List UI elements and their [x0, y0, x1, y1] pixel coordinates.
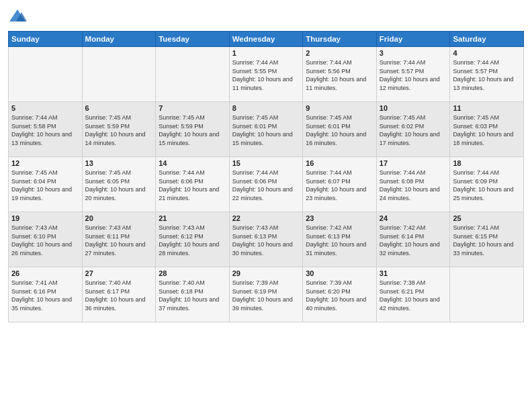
day-info: Sunrise: 7:42 AM Sunset: 6:13 PM Dayligh… [306, 224, 373, 257]
calendar-cell: 19Sunrise: 7:43 AM Sunset: 6:10 PM Dayli… [9, 212, 83, 267]
day-info: Sunrise: 7:41 AM Sunset: 6:15 PM Dayligh… [453, 224, 521, 257]
logo [8, 7, 30, 26]
calendar-cell: 30Sunrise: 7:39 AM Sunset: 6:20 PM Dayli… [303, 267, 377, 322]
calendar-cell: 2Sunrise: 7:44 AM Sunset: 5:56 PM Daylig… [303, 47, 377, 102]
calendar-cell: 11Sunrise: 7:45 AM Sunset: 6:03 PM Dayli… [450, 102, 524, 157]
day-info: Sunrise: 7:44 AM Sunset: 6:07 PM Dayligh… [306, 169, 373, 202]
day-number: 1 [232, 49, 300, 57]
weekday-header-tuesday: Tuesday [156, 32, 230, 47]
calendar-cell: 5Sunrise: 7:44 AM Sunset: 5:58 PM Daylig… [9, 102, 83, 157]
day-info: Sunrise: 7:41 AM Sunset: 6:16 PM Dayligh… [11, 279, 79, 312]
day-number: 23 [306, 214, 373, 222]
weekday-header-monday: Monday [82, 32, 156, 47]
calendar-cell [156, 47, 230, 102]
calendar-week-row: 5Sunrise: 7:44 AM Sunset: 5:58 PM Daylig… [9, 102, 524, 157]
day-info: Sunrise: 7:45 AM Sunset: 6:04 PM Dayligh… [11, 169, 79, 202]
day-number: 4 [453, 49, 521, 57]
calendar-cell: 24Sunrise: 7:42 AM Sunset: 6:14 PM Dayli… [376, 212, 450, 267]
day-number: 25 [453, 214, 521, 222]
calendar-cell: 14Sunrise: 7:44 AM Sunset: 6:06 PM Dayli… [156, 157, 230, 212]
day-number: 8 [232, 104, 300, 112]
day-number: 18 [453, 159, 521, 167]
weekday-header-wednesday: Wednesday [229, 32, 303, 47]
day-info: Sunrise: 7:45 AM Sunset: 6:01 PM Dayligh… [232, 113, 300, 147]
day-number: 17 [380, 159, 447, 167]
day-info: Sunrise: 7:44 AM Sunset: 5:55 PM Dayligh… [232, 58, 300, 92]
calendar-container: SundayMondayTuesdayWednesdayThursdayFrid… [0, 0, 532, 328]
day-number: 28 [159, 269, 226, 277]
day-info: Sunrise: 7:44 AM Sunset: 5:58 PM Dayligh… [11, 113, 79, 147]
calendar-cell [9, 47, 83, 102]
day-number: 26 [11, 269, 79, 277]
calendar-week-row: 19Sunrise: 7:43 AM Sunset: 6:10 PM Dayli… [9, 212, 524, 267]
calendar-week-row: 12Sunrise: 7:45 AM Sunset: 6:04 PM Dayli… [9, 157, 524, 212]
header [8, 7, 524, 26]
day-info: Sunrise: 7:45 AM Sunset: 6:01 PM Dayligh… [306, 113, 373, 147]
day-number: 20 [85, 214, 153, 222]
calendar-week-row: 26Sunrise: 7:41 AM Sunset: 6:16 PM Dayli… [9, 267, 524, 322]
day-number: 22 [232, 214, 300, 222]
calendar-cell: 7Sunrise: 7:45 AM Sunset: 5:59 PM Daylig… [156, 102, 230, 157]
day-number: 15 [232, 159, 300, 167]
calendar-cell: 12Sunrise: 7:45 AM Sunset: 6:04 PM Dayli… [9, 157, 83, 212]
calendar-cell: 31Sunrise: 7:38 AM Sunset: 6:21 PM Dayli… [376, 267, 450, 322]
day-number: 2 [306, 49, 373, 57]
calendar-cell: 16Sunrise: 7:44 AM Sunset: 6:07 PM Dayli… [303, 157, 377, 212]
calendar-week-row: 1Sunrise: 7:44 AM Sunset: 5:55 PM Daylig… [9, 47, 524, 102]
day-info: Sunrise: 7:38 AM Sunset: 6:21 PM Dayligh… [380, 279, 447, 312]
day-info: Sunrise: 7:40 AM Sunset: 6:17 PM Dayligh… [85, 279, 153, 312]
calendar-cell: 10Sunrise: 7:45 AM Sunset: 6:02 PM Dayli… [376, 102, 450, 157]
calendar-cell [82, 47, 156, 102]
day-info: Sunrise: 7:39 AM Sunset: 6:19 PM Dayligh… [232, 279, 300, 312]
calendar-cell: 15Sunrise: 7:44 AM Sunset: 6:06 PM Dayli… [229, 157, 303, 212]
day-info: Sunrise: 7:43 AM Sunset: 6:13 PM Dayligh… [232, 224, 300, 257]
calendar-cell: 22Sunrise: 7:43 AM Sunset: 6:13 PM Dayli… [229, 212, 303, 267]
day-number: 21 [159, 214, 226, 222]
calendar-cell: 13Sunrise: 7:45 AM Sunset: 6:05 PM Dayli… [82, 157, 156, 212]
weekday-header-row: SundayMondayTuesdayWednesdayThursdayFrid… [9, 32, 524, 47]
day-info: Sunrise: 7:44 AM Sunset: 6:06 PM Dayligh… [232, 169, 300, 202]
calendar-cell: 23Sunrise: 7:42 AM Sunset: 6:13 PM Dayli… [303, 212, 377, 267]
calendar-cell [450, 267, 524, 322]
calendar-cell: 4Sunrise: 7:44 AM Sunset: 5:57 PM Daylig… [450, 47, 524, 102]
day-number: 27 [85, 269, 153, 277]
calendar-cell: 3Sunrise: 7:44 AM Sunset: 5:57 PM Daylig… [376, 47, 450, 102]
calendar-cell: 17Sunrise: 7:44 AM Sunset: 6:08 PM Dayli… [376, 157, 450, 212]
day-number: 10 [380, 104, 447, 112]
day-number: 9 [306, 104, 373, 112]
day-info: Sunrise: 7:45 AM Sunset: 5:59 PM Dayligh… [159, 113, 226, 147]
calendar-cell: 25Sunrise: 7:41 AM Sunset: 6:15 PM Dayli… [450, 212, 524, 267]
day-number: 13 [85, 159, 153, 167]
day-number: 16 [306, 159, 373, 167]
day-info: Sunrise: 7:42 AM Sunset: 6:14 PM Dayligh… [380, 224, 447, 257]
calendar-cell: 27Sunrise: 7:40 AM Sunset: 6:17 PM Dayli… [82, 267, 156, 322]
calendar-cell: 29Sunrise: 7:39 AM Sunset: 6:19 PM Dayli… [229, 267, 303, 322]
day-number: 6 [85, 104, 153, 112]
day-info: Sunrise: 7:43 AM Sunset: 6:11 PM Dayligh… [85, 224, 153, 257]
day-number: 7 [159, 104, 226, 112]
calendar-cell: 6Sunrise: 7:45 AM Sunset: 5:59 PM Daylig… [82, 102, 156, 157]
day-info: Sunrise: 7:44 AM Sunset: 5:56 PM Dayligh… [306, 58, 373, 92]
day-info: Sunrise: 7:40 AM Sunset: 6:18 PM Dayligh… [159, 279, 226, 312]
day-number: 14 [159, 159, 226, 167]
weekday-header-thursday: Thursday [303, 32, 377, 47]
calendar-cell: 21Sunrise: 7:43 AM Sunset: 6:12 PM Dayli… [156, 212, 230, 267]
calendar-cell: 20Sunrise: 7:43 AM Sunset: 6:11 PM Dayli… [82, 212, 156, 267]
day-info: Sunrise: 7:45 AM Sunset: 5:59 PM Dayligh… [85, 113, 153, 147]
day-number: 11 [453, 104, 521, 112]
calendar-table: SundayMondayTuesdayWednesdayThursdayFrid… [8, 31, 524, 322]
weekday-header-saturday: Saturday [450, 32, 524, 47]
day-info: Sunrise: 7:45 AM Sunset: 6:05 PM Dayligh… [85, 169, 153, 202]
day-number: 30 [306, 269, 373, 277]
day-info: Sunrise: 7:44 AM Sunset: 6:08 PM Dayligh… [380, 169, 447, 202]
day-info: Sunrise: 7:44 AM Sunset: 5:57 PM Dayligh… [380, 58, 447, 92]
weekday-header-sunday: Sunday [9, 32, 83, 47]
day-info: Sunrise: 7:44 AM Sunset: 6:09 PM Dayligh… [453, 169, 521, 202]
calendar-cell: 1Sunrise: 7:44 AM Sunset: 5:55 PM Daylig… [229, 47, 303, 102]
day-number: 3 [380, 49, 447, 57]
day-info: Sunrise: 7:43 AM Sunset: 6:10 PM Dayligh… [11, 224, 79, 257]
calendar-cell: 8Sunrise: 7:45 AM Sunset: 6:01 PM Daylig… [229, 102, 303, 157]
calendar-cell: 28Sunrise: 7:40 AM Sunset: 6:18 PM Dayli… [156, 267, 230, 322]
day-number: 5 [11, 104, 79, 112]
day-number: 12 [11, 159, 79, 167]
